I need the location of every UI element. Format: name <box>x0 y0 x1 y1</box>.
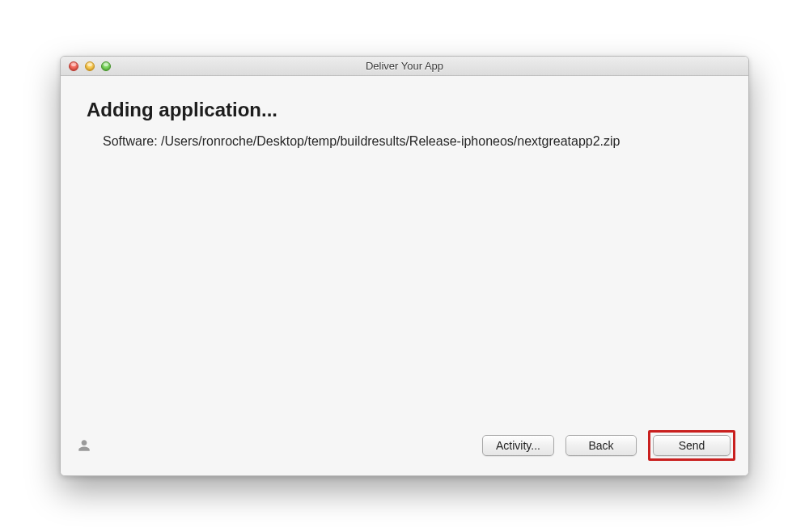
titlebar: Deliver Your App <box>61 57 748 76</box>
app-window: Deliver Your App Adding application... S… <box>60 56 749 476</box>
minimize-window-button[interactable] <box>85 61 95 71</box>
back-button[interactable]: Back <box>565 435 637 456</box>
footer-bar: Activity... Back Send <box>61 429 748 475</box>
user-icon <box>77 438 91 453</box>
page-heading: Adding application... <box>61 76 748 121</box>
software-path: /Users/ronroche/Desktop/temp/buildresult… <box>161 134 620 148</box>
maximize-window-button[interactable] <box>101 61 111 71</box>
content-area: Adding application... Software: /Users/r… <box>61 76 748 475</box>
send-button[interactable]: Send <box>653 435 731 456</box>
software-line: Software: /Users/ronroche/Desktop/temp/b… <box>61 121 748 149</box>
activity-button[interactable]: Activity... <box>482 435 554 456</box>
window-controls <box>61 61 111 71</box>
software-label: Software: <box>103 134 158 148</box>
close-window-button[interactable] <box>69 61 78 71</box>
button-row: Activity... Back Send <box>482 430 735 461</box>
send-button-highlight: Send <box>648 430 735 461</box>
window-title: Deliver Your App <box>61 60 748 72</box>
